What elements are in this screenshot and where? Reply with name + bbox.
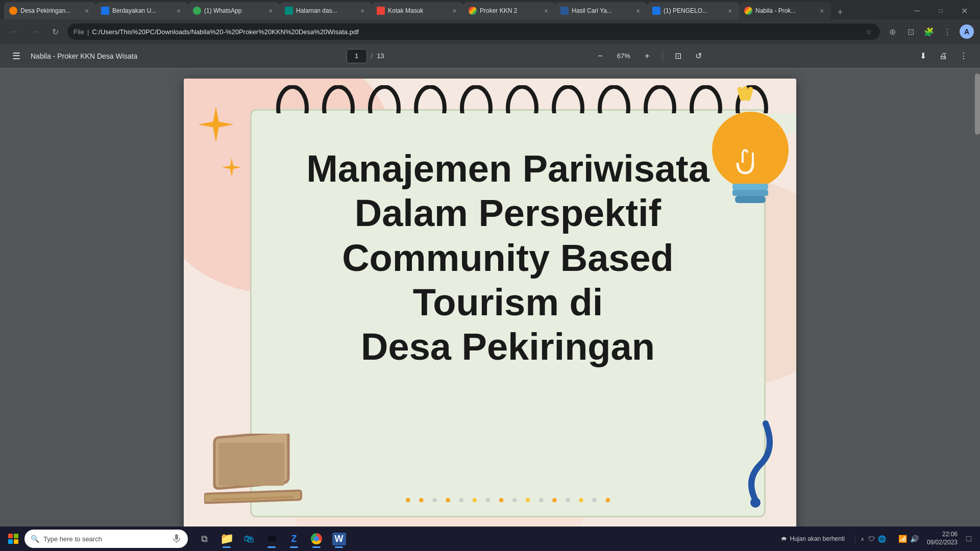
profile-icon[interactable]: ⊕ <box>884 23 900 40</box>
network-tray-icon[interactable]: 🌐 <box>878 535 886 543</box>
tab-favicon <box>652 7 660 15</box>
tab-nabila-proker[interactable]: Nabila - Prok... ✕ <box>739 2 831 19</box>
volume-icon[interactable]: 🔊 <box>910 535 919 543</box>
pdf-page-navigation: / 13 <box>347 49 384 63</box>
antivirus-tray-icon[interactable]: 🛡 <box>868 535 875 543</box>
win-sq-red <box>8 534 13 538</box>
back-button[interactable]: ← <box>6 23 22 40</box>
taskbar-right-area: 🌧 Hujan akan berhenti ∧ 🛡 🌐 📶 🔊 22:06 09… <box>777 531 976 546</box>
win-sq-yellow <box>14 539 18 544</box>
microphone-icon[interactable] <box>172 534 182 544</box>
pdf-zoom-in-button[interactable]: + <box>640 49 654 63</box>
tab-halaman[interactable]: Halaman das... ✕ <box>280 2 372 19</box>
svg-point-3 <box>712 112 789 188</box>
taskbar-app-file-explorer[interactable]: 📁 <box>216 529 237 549</box>
start-button[interactable] <box>4 530 22 548</box>
more-options-icon[interactable]: ⋮ <box>939 23 955 40</box>
reload-button[interactable]: ↻ <box>47 23 63 40</box>
tab-close-btn[interactable]: ✕ <box>818 7 826 15</box>
star-small-decoration <box>222 158 241 179</box>
notification-button[interactable]: □ <box>962 532 976 546</box>
tab-favicon <box>9 7 17 15</box>
tab-close-btn[interactable]: ✕ <box>175 7 183 15</box>
pdf-fit-page-button[interactable]: ⊡ <box>671 49 685 63</box>
svg-rect-7 <box>732 190 768 196</box>
svg-rect-22 <box>218 443 284 486</box>
pdf-zoom-value: 67% <box>614 52 634 60</box>
tab-proker-kkn2[interactable]: Proker KKN 2 ✕ <box>463 2 555 19</box>
tab-favicon <box>469 7 477 15</box>
maximize-button[interactable]: □ <box>929 2 952 19</box>
pdf-toolbar: ☰ Nabila - Proker KKN Desa Wisata / 13 −… <box>0 44 980 68</box>
close-button[interactable]: ✕ <box>952 2 976 19</box>
tab-hasil-cari[interactable]: Hasil Cari Ya... ✕ <box>555 2 647 19</box>
pdf-zoom-out-button[interactable]: − <box>593 49 607 63</box>
taskbar-app-taskview[interactable]: ⧉ <box>194 529 214 549</box>
taskbar-app-chrome[interactable] <box>306 529 327 549</box>
new-tab-button[interactable]: + <box>833 5 847 19</box>
laptop-decoration <box>204 434 306 522</box>
tab-kotak-masuk[interactable]: Kotak Masuk ✕ <box>372 2 463 19</box>
pdf-menu-button[interactable]: ☰ <box>8 48 24 64</box>
star-large-decoration <box>198 107 234 144</box>
pdf-more-button[interactable]: ⋮ <box>955 48 972 64</box>
pdf-total-pages: 13 <box>377 52 384 60</box>
tab-close-btn[interactable]: ✕ <box>726 7 734 15</box>
pdf-rotate-button[interactable]: ↺ <box>692 49 706 63</box>
toolbar-icons: ⊕ ⊡ 🧩 ⋮ <box>884 23 955 40</box>
taskbar-clock[interactable]: 22:06 09/02/2023 <box>927 531 958 546</box>
tab-close-btn[interactable]: ✕ <box>450 7 458 15</box>
svg-rect-2 <box>743 86 748 101</box>
user-avatar[interactable]: A <box>960 24 974 39</box>
pdf-main-title: Manajemen Pariwisata Dalam Perspektif Co… <box>252 146 764 369</box>
tab-whatsapp[interactable]: (1) WhatsApp ✕ <box>188 2 280 19</box>
taskbar-app-store[interactable]: 🛍 <box>239 529 259 549</box>
tab-pengelo[interactable]: (1) PENGELO... ✕ <box>647 2 739 19</box>
tab-close-btn[interactable]: ✕ <box>358 7 366 15</box>
network-icon[interactable]: 📶 <box>898 535 907 543</box>
taskbar-app-word[interactable]: W <box>329 529 349 549</box>
taskbar-apps: ⧉ 📁 🛍 ✉ Z W <box>194 529 349 549</box>
pdf-page-input[interactable] <box>347 49 367 63</box>
forward-button[interactable]: → <box>27 23 43 40</box>
title-line-1: Manajemen Pariwisata <box>267 146 749 191</box>
scrollbar-thumb[interactable] <box>975 73 980 135</box>
windows-logo-icon <box>8 534 18 544</box>
weather-widget[interactable]: 🌧 Hujan akan berhenti <box>777 535 849 542</box>
pdf-zoom-divider <box>663 50 663 62</box>
tab-label: Nabila - Prok... <box>755 7 815 14</box>
tab-close-btn[interactable]: ✕ <box>542 7 550 15</box>
tab-label: Hasil Cari Ya... <box>572 7 631 14</box>
tab-close-btn[interactable]: ✕ <box>266 7 275 15</box>
dots-decoration: ● ● ● ● ● ● ● ● ● ● ● ● ● ● ● ● <box>405 494 611 506</box>
browser-window: Desa Pekiringan... ✕ Berdayakan U... ✕ (… <box>0 0 980 551</box>
system-tray: ∧ 🛡 🌐 <box>855 535 890 543</box>
date-display: 09/02/2023 <box>927 539 958 547</box>
pdf-download-button[interactable]: ⬇ <box>915 48 931 64</box>
url-bar[interactable]: File | C:/Users/This%20PC/Downloads/Nabi… <box>67 23 880 40</box>
bookmark-icon[interactable]: ☆ <box>864 27 874 37</box>
url-separator: | <box>87 28 89 36</box>
pdf-print-button[interactable]: 🖨 <box>935 48 951 64</box>
show-hidden-icons-button[interactable]: ∧ <box>860 535 865 543</box>
tab-desa-pekiringan[interactable]: Desa Pekiringan... ✕ <box>4 2 96 19</box>
svg-rect-6 <box>732 184 768 190</box>
pdf-page-separator: / <box>371 52 373 60</box>
search-icon: 🔍 <box>31 535 39 543</box>
tab-berdayakan[interactable]: Berdayakan U... ✕ <box>96 2 188 19</box>
extensions-icon[interactable]: 🧩 <box>921 23 937 40</box>
time-display: 22:06 <box>927 531 958 539</box>
taskbar-app-mail[interactable]: ✉ <box>261 529 282 549</box>
tab-close-btn[interactable]: ✕ <box>83 7 91 15</box>
minimize-button[interactable]: ─ <box>905 2 929 19</box>
tab-favicon <box>101 7 109 15</box>
tab-favicon <box>285 7 293 15</box>
taskbar-search-bar[interactable]: 🔍 Type here to search <box>24 530 188 548</box>
win-sq-green <box>14 534 18 538</box>
cast-icon[interactable]: ⊡ <box>902 23 919 40</box>
tab-favicon <box>377 7 385 15</box>
tab-close-btn[interactable]: ✕ <box>634 7 642 15</box>
quick-settings: 📶 🔊 <box>894 535 923 543</box>
spiral-rings <box>267 85 739 136</box>
taskbar-app-zoom[interactable]: Z <box>284 529 304 549</box>
